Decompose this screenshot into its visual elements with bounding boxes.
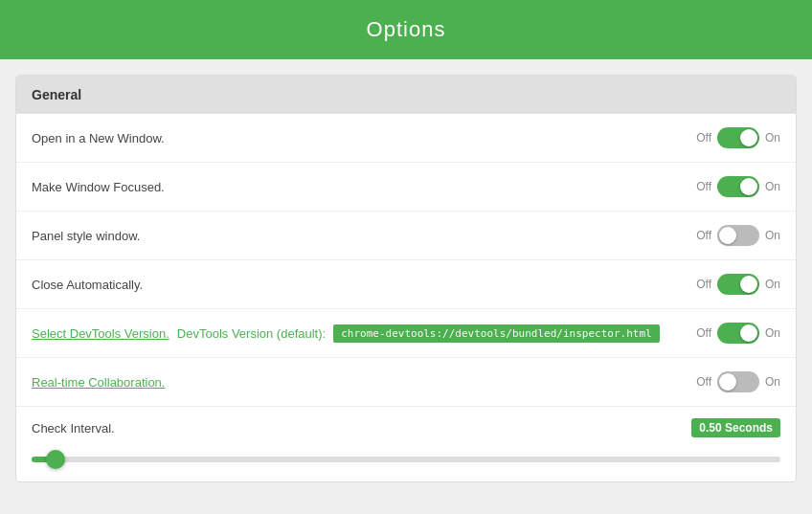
devtools-on-label: On [765, 326, 780, 340]
general-section: General Open in a New Window. Off On Mak… [15, 75, 797, 482]
close-automatically-toggle-knob [740, 276, 757, 293]
check-interval-slider-row [16, 441, 796, 481]
make-window-focused-label: Make Window Focused. [32, 180, 696, 194]
close-automatically-on-label: On [765, 278, 780, 291]
devtools-toggle[interactable] [717, 323, 759, 344]
make-window-focused-toggle-knob [740, 178, 757, 195]
option-devtools-version: Select DevTools Version. DevTools Versio… [16, 309, 796, 358]
open-new-window-off-label: Off [696, 131, 711, 145]
realtime-on-label: On [765, 375, 780, 389]
devtools-toggle-knob [740, 324, 757, 342]
realtime-toggle-knob [719, 373, 736, 391]
check-interval-slider[interactable] [32, 457, 780, 462]
main-content: General Open in a New Window. Off On Mak… [0, 59, 812, 498]
panel-style-window-off-label: Off [696, 229, 711, 242]
open-new-window-on-label: On [765, 131, 780, 145]
realtime-toggle[interactable] [717, 371, 759, 392]
close-automatically-label: Close Automatically. [32, 278, 696, 292]
option-check-interval: Check Interval. 0.50 Seconds [16, 407, 796, 441]
make-window-focused-off-label: Off [696, 180, 711, 193]
realtime-toggle-group: Off On [696, 371, 780, 392]
realtime-off-label: Off [696, 375, 711, 389]
make-window-focused-toggle-group: Off On [696, 176, 780, 197]
header: Options [0, 0, 812, 59]
open-new-window-label: Open in a New Window. [32, 131, 696, 145]
devtools-version-link[interactable]: Select DevTools Version. [32, 326, 169, 341]
open-new-window-toggle-group: Off On [696, 127, 780, 148]
option-make-window-focused: Make Window Focused. Off On [16, 163, 796, 212]
make-window-focused-on-label: On [765, 180, 780, 193]
option-close-automatically: Close Automatically. Off On [16, 260, 796, 309]
close-automatically-toggle-group: Off On [696, 274, 780, 295]
devtools-version-label: DevTools Version (default): [177, 326, 326, 341]
panel-style-window-on-label: On [765, 229, 780, 242]
option-panel-style-window: Panel style window. Off On [16, 212, 796, 260]
make-window-focused-toggle[interactable] [717, 176, 759, 197]
close-automatically-off-label: Off [696, 278, 711, 291]
check-interval-label: Check Interval. [32, 421, 691, 436]
open-new-window-toggle-knob [740, 129, 757, 146]
devtools-toggle-group: Off On [696, 323, 780, 344]
realtime-collaboration-link[interactable]: Real-time Collaboration. [32, 375, 165, 390]
option-realtime-collaboration: Real-time Collaboration. Off On [16, 358, 796, 407]
section-title: General [16, 76, 796, 114]
check-interval-value: 0.50 Seconds [691, 418, 780, 437]
panel-style-window-toggle-knob [719, 227, 736, 244]
option-open-new-window: Open in a New Window. Off On [16, 114, 796, 163]
devtools-url: chrome-devtools://devtools/bundled/inspe… [333, 324, 660, 343]
panel-style-window-toggle[interactable] [717, 225, 759, 246]
open-new-window-toggle[interactable] [717, 127, 759, 148]
page-title: Options [367, 17, 446, 41]
devtools-off-label: Off [696, 326, 711, 340]
close-automatically-toggle[interactable] [717, 274, 759, 295]
panel-style-window-label: Panel style window. [32, 229, 696, 243]
panel-style-window-toggle-group: Off On [696, 225, 780, 246]
